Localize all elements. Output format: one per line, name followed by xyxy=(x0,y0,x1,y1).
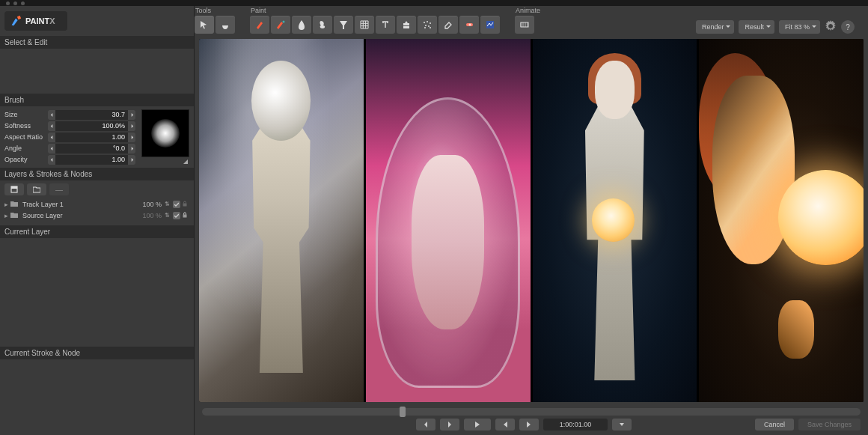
layer-name: Track Layer 1 xyxy=(22,201,142,208)
layer-row-source[interactable]: ▸ Source Layer 100 % ⇅ xyxy=(4,210,189,221)
cancel-button[interactable]: Cancel xyxy=(755,419,794,431)
panel-header-current-stroke: Current Stroke & Node xyxy=(0,347,194,359)
chevron-right-icon[interactable] xyxy=(128,110,135,120)
goto-start-button[interactable] xyxy=(495,419,515,431)
svg-point-8 xyxy=(425,25,427,26)
save-changes-button[interactable]: Save Changes xyxy=(798,419,861,431)
group-label-paint: Paint xyxy=(250,7,500,14)
window-titlebar xyxy=(0,0,868,6)
scrub-thumb[interactable] xyxy=(400,407,406,417)
chevron-right-icon[interactable] xyxy=(128,133,135,142)
panel-header-current-layer: Current Layer xyxy=(0,225,194,238)
stepper-icon[interactable]: ⇅ xyxy=(165,201,170,207)
timecode-menu-button[interactable] xyxy=(612,419,632,431)
grid-tool[interactable] xyxy=(355,16,374,34)
chevron-left-icon[interactable] xyxy=(48,155,55,165)
app-suffix: X xyxy=(49,16,55,25)
result-dropdown[interactable]: Result xyxy=(739,20,774,34)
chevron-left-icon[interactable] xyxy=(48,133,55,142)
brush-preview[interactable] xyxy=(141,109,189,157)
scatter-tool[interactable] xyxy=(418,16,437,34)
layer-name: Source Layer xyxy=(22,212,142,219)
minimize-icon[interactable] xyxy=(13,1,17,5)
paint-tool[interactable] xyxy=(271,16,290,34)
expand-icon[interactable] xyxy=(183,159,188,164)
brush-softness-label: Softness xyxy=(4,122,48,130)
brush-panel: Size 30.7 Softness 100.0% xyxy=(0,106,194,168)
prev-frame-button[interactable] xyxy=(416,419,435,431)
panel-header-brush: Brush xyxy=(0,94,194,106)
brush-preview-dot xyxy=(151,119,180,147)
play-button[interactable] xyxy=(464,419,491,431)
brush-opacity-field[interactable]: 1.00 xyxy=(48,155,135,165)
goto-end-button[interactable] xyxy=(519,419,539,431)
brush-angle-label: Angle xyxy=(4,145,48,152)
help-button[interactable]: ? xyxy=(841,20,855,34)
app-logo[interactable]: PAINTX xyxy=(4,11,67,31)
next-frame-button[interactable] xyxy=(440,419,459,431)
zoom-dropdown[interactable]: Fit 83 % xyxy=(779,20,820,34)
layer-view-button[interactable] xyxy=(4,183,24,195)
brush-size-field[interactable]: 30.7 xyxy=(48,110,135,120)
droplet-tool[interactable] xyxy=(292,16,311,34)
timecode-field[interactable]: 1:00:01.00 xyxy=(543,419,608,431)
chevron-right-icon[interactable] xyxy=(128,144,135,153)
add-folder-button[interactable] xyxy=(27,183,46,195)
svg-rect-3 xyxy=(183,214,187,217)
chevron-right-icon[interactable] xyxy=(128,155,135,165)
animate-tool[interactable] xyxy=(515,16,534,34)
brush-softness-value[interactable]: 100.0% xyxy=(55,122,128,130)
svg-point-7 xyxy=(430,22,431,24)
svg-rect-2 xyxy=(183,203,187,206)
maximize-icon[interactable] xyxy=(21,1,25,5)
svg-point-4 xyxy=(283,21,285,23)
brush-aspect-label: Aspect Ratio xyxy=(4,133,48,141)
brush-opacity-label: Opacity xyxy=(4,156,48,163)
smudge-tool[interactable] xyxy=(313,16,332,34)
content-area: Tools Paint xyxy=(195,6,868,435)
close-icon[interactable] xyxy=(6,1,10,5)
brush-softness-field[interactable]: 100.0% xyxy=(48,121,135,131)
chevron-left-icon[interactable] xyxy=(48,144,55,153)
select-edit-panel xyxy=(0,49,194,94)
disclosure-icon[interactable]: ▸ xyxy=(4,201,10,208)
group-label-animate: Animate xyxy=(515,7,540,14)
text-tool[interactable] xyxy=(376,16,395,34)
brush-angle-field[interactable]: °0.0 xyxy=(48,144,135,153)
brush-opacity-value[interactable]: 1.00 xyxy=(55,156,128,163)
current-layer-panel xyxy=(0,238,194,347)
stepper-icon[interactable]: ⇅ xyxy=(165,212,170,219)
svg-point-6 xyxy=(427,21,428,22)
brush-angle-value[interactable]: °0.0 xyxy=(55,145,128,152)
visibility-checkbox[interactable] xyxy=(173,212,180,219)
image-panel-3 xyxy=(533,39,697,402)
effects-tool[interactable] xyxy=(480,16,500,34)
layers-panel: — ▸ Track Layer 1 100 % ⇅ ▸ Source Layer… xyxy=(0,180,194,221)
brush-aspect-field[interactable]: 1.00 xyxy=(48,133,135,142)
render-dropdown[interactable]: Render xyxy=(696,20,735,34)
scrub-bar[interactable] xyxy=(202,408,861,416)
gear-icon[interactable] xyxy=(825,20,837,34)
eraser-tool[interactable] xyxy=(438,16,458,34)
layer-opacity[interactable]: 100 % xyxy=(142,201,162,208)
brush-aspect-value[interactable]: 1.00 xyxy=(55,133,128,141)
lock-icon[interactable] xyxy=(182,212,189,219)
brush-size-value[interactable]: 30.7 xyxy=(55,111,128,118)
remove-layer-button[interactable]: — xyxy=(49,183,69,195)
chevron-right-icon[interactable] xyxy=(128,121,135,131)
svg-point-11 xyxy=(430,27,431,28)
filter-tool[interactable] xyxy=(334,16,353,34)
visibility-checkbox[interactable] xyxy=(173,201,180,208)
hand-tool[interactable] xyxy=(216,16,235,34)
chevron-left-icon[interactable] xyxy=(48,110,55,120)
lock-icon[interactable] xyxy=(182,201,189,208)
heal-tool[interactable] xyxy=(459,16,479,34)
pointer-tool[interactable] xyxy=(195,16,214,34)
clone-stamp-tool[interactable] xyxy=(397,16,416,34)
layer-row-track[interactable]: ▸ Track Layer 1 100 % ⇅ xyxy=(4,198,189,210)
brush-tool[interactable] xyxy=(250,16,269,34)
layer-opacity[interactable]: 100 % xyxy=(142,212,162,219)
canvas[interactable] xyxy=(199,39,864,402)
disclosure-icon[interactable]: ▸ xyxy=(4,212,10,219)
chevron-left-icon[interactable] xyxy=(48,121,55,131)
